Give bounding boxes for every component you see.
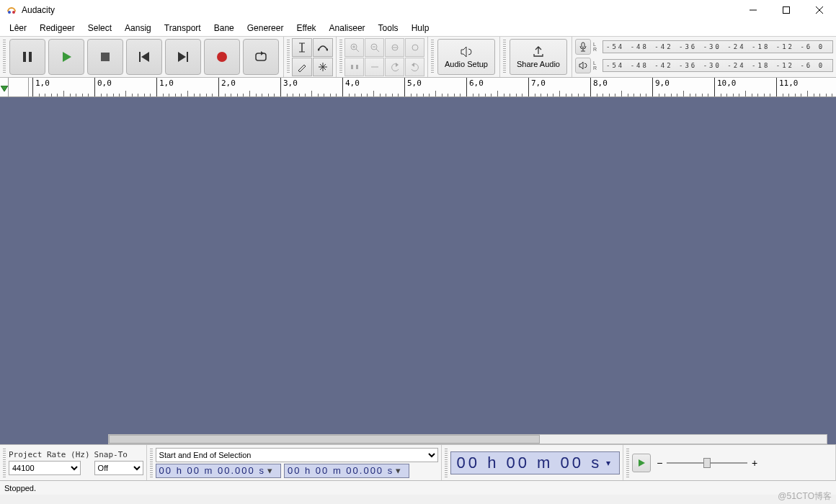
share-icon: [532, 45, 545, 58]
plus-icon: +: [752, 457, 757, 469]
svg-point-0: [8, 11, 11, 14]
menu-edit[interactable]: Redigeer: [33, 21, 81, 35]
loop-button[interactable]: [243, 39, 279, 75]
project-rate-label: Project Rate (Hz): [9, 450, 90, 459]
grip-icon[interactable]: [339, 40, 342, 74]
grip-icon[interactable]: [503, 40, 506, 74]
time-display-group: 00 h 00 m 00 s▾: [442, 445, 624, 480]
zoom-in-button[interactable]: [344, 38, 364, 57]
selection-group: Start and End of Selection 00 h 00 m 00.…: [147, 445, 442, 480]
ruler-tick: 4,0: [342, 78, 343, 97]
close-button[interactable]: [803, 0, 836, 20]
svg-rect-7: [29, 52, 32, 62]
grip-icon[interactable]: [626, 449, 629, 477]
grip-icon[interactable]: [287, 40, 290, 74]
selection-end-field[interactable]: 00 h 00 m 00.000 s▾: [284, 464, 409, 478]
menu-generate[interactable]: Genereer: [241, 21, 290, 35]
multi-tool[interactable]: [313, 58, 333, 76]
audio-position-field[interactable]: 00 h 00 m 00 s▾: [450, 451, 621, 474]
play-button[interactable]: [48, 39, 84, 75]
minimize-button[interactable]: [737, 0, 770, 20]
svg-line-27: [356, 49, 359, 52]
undo-button[interactable]: [385, 58, 404, 76]
microphone-icon[interactable]: [575, 39, 591, 55]
menu-tracks[interactable]: Bane: [208, 21, 241, 35]
recording-meter[interactable]: L R -54 -48 -42 -36 -30 -24 -18 -12 -6 0: [575, 38, 833, 55]
meter-lr-label: L R: [593, 60, 600, 71]
snap-to-select[interactable]: Off: [94, 461, 143, 475]
watermark: @51CTO博客: [778, 490, 832, 503]
share-audio-button[interactable]: Share Audio: [510, 39, 567, 75]
horizontal-scrollbar[interactable]: [108, 434, 827, 444]
play-at-speed-button[interactable]: [632, 454, 651, 472]
skip-start-button[interactable]: [126, 39, 162, 75]
playback-meter[interactable]: L R -54 -48 -42 -36 -30 -24 -18 -12 -6 0: [575, 57, 833, 74]
selection-mode-select[interactable]: Start and End of Selection: [156, 448, 438, 462]
minus-icon: −: [657, 457, 662, 469]
silence-button[interactable]: [365, 58, 384, 76]
dropdown-icon[interactable]: ▾: [396, 465, 406, 476]
dropdown-icon[interactable]: ▾: [606, 458, 613, 468]
quick-play-head[interactable]: [9, 78, 29, 97]
fit-selection-button[interactable]: [385, 38, 404, 57]
audio-setup-label: Audio Setup: [445, 60, 488, 68]
menu-view[interactable]: Aansig: [118, 21, 158, 35]
selection-start-field[interactable]: 00 h 00 m 00.000 s▾: [156, 464, 281, 478]
menu-file[interactable]: Lêer: [3, 21, 33, 35]
ruler-options-button[interactable]: [0, 78, 9, 97]
slider-thumb[interactable]: [703, 458, 711, 468]
recording-meter-track[interactable]: -54 -48 -42 -36 -30 -24 -18 -12 -6 0: [602, 40, 833, 53]
grip-icon[interactable]: [150, 449, 153, 477]
scrollbar-thumb[interactable]: [109, 435, 540, 444]
pause-button[interactable]: [9, 39, 45, 75]
ruler-body[interactable]: 1,00,01,02,03,04,05,06,07,08,09,010,011,…: [29, 78, 836, 97]
svg-marker-43: [639, 459, 645, 467]
timeline-ruler[interactable]: 1,00,01,02,03,04,05,06,07,08,09,010,011,…: [0, 78, 836, 97]
ruler-tick: 6,0: [466, 78, 467, 97]
svg-marker-16: [261, 51, 264, 55]
ruler-tick: 7,0: [528, 78, 529, 97]
svg-rect-6: [23, 52, 26, 62]
trim-button[interactable]: [344, 58, 364, 76]
ruler-tick: 1,0: [156, 78, 157, 97]
menu-transport[interactable]: Transport: [158, 21, 208, 35]
speaker-small-icon[interactable]: [575, 58, 591, 73]
menu-tools[interactable]: Tools: [372, 21, 405, 35]
svg-marker-42: [1, 86, 8, 91]
svg-marker-11: [141, 52, 149, 62]
status-text: Stopped.: [4, 484, 36, 492]
project-rate-select[interactable]: 44100: [9, 461, 81, 475]
record-button[interactable]: [204, 39, 240, 75]
grip-icon[interactable]: [3, 40, 6, 74]
menu-effect[interactable]: Effek: [290, 21, 322, 35]
meter-lr-label: L R: [593, 42, 600, 52]
envelope-tool[interactable]: [313, 38, 333, 57]
menu-help[interactable]: Hulp: [405, 21, 436, 35]
stop-button[interactable]: [87, 39, 123, 75]
svg-rect-36: [351, 65, 353, 69]
fit-project-button[interactable]: [405, 38, 424, 57]
grip-icon[interactable]: [3, 449, 6, 477]
dropdown-icon[interactable]: ▾: [267, 465, 277, 476]
playback-meter-track[interactable]: -54 -48 -42 -36 -30 -24 -18 -12 -6 0: [602, 59, 833, 72]
draw-tool[interactable]: [292, 58, 312, 76]
maximize-button[interactable]: [770, 0, 803, 20]
menu-select[interactable]: Select: [81, 21, 118, 35]
status-bar: Stopped.: [0, 480, 836, 495]
skip-end-button[interactable]: [165, 39, 201, 75]
snap-to-label: Snap-To: [94, 450, 143, 459]
playback-speed-slider[interactable]: − +: [657, 454, 757, 472]
svg-point-1: [12, 11, 15, 14]
track-area[interactable]: [0, 97, 836, 444]
grip-icon[interactable]: [431, 40, 434, 74]
zoom-out-button[interactable]: [365, 38, 384, 57]
selection-tool[interactable]: [292, 38, 312, 57]
audio-setup-button[interactable]: Audio Setup: [437, 39, 495, 75]
selection-toolbar: Project Rate (Hz) 44100 Snap-To Off Star…: [0, 444, 836, 480]
redo-button[interactable]: [405, 58, 424, 76]
menu-analyze[interactable]: Analiseer: [323, 21, 372, 35]
edit-toolbar: [337, 37, 428, 77]
ruler-tick: 0,0: [94, 78, 95, 97]
grip-icon[interactable]: [445, 449, 448, 477]
title-bar: Audacity: [0, 0, 836, 20]
